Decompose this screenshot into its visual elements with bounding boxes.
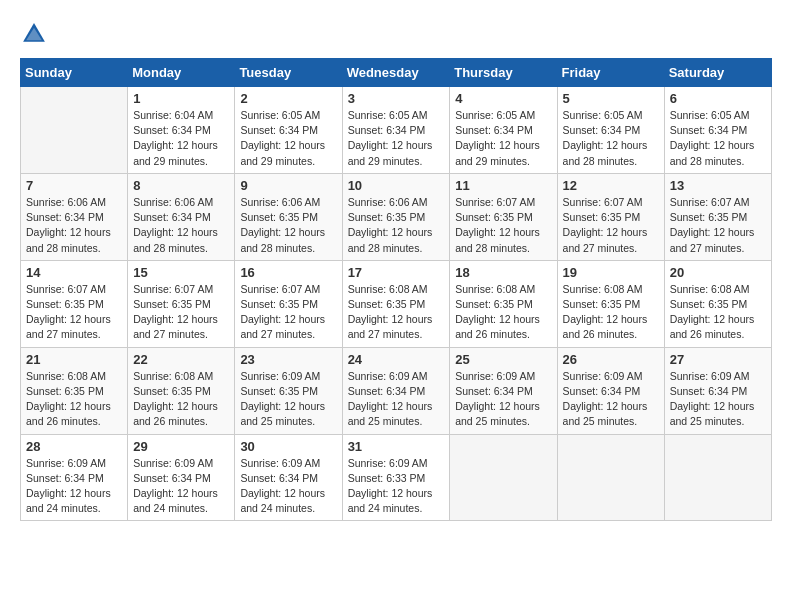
calendar-table: SundayMondayTuesdayWednesdayThursdayFrid…	[20, 58, 772, 521]
day-number: 20	[670, 265, 766, 280]
day-info: Sunrise: 6:09 AM Sunset: 6:33 PM Dayligh…	[348, 456, 445, 517]
day-info: Sunrise: 6:08 AM Sunset: 6:35 PM Dayligh…	[26, 369, 122, 430]
day-info: Sunrise: 6:09 AM Sunset: 6:35 PM Dayligh…	[240, 369, 336, 430]
weekday-header: Monday	[128, 59, 235, 87]
logo	[20, 20, 52, 48]
day-number: 17	[348, 265, 445, 280]
calendar-cell	[450, 434, 557, 521]
calendar-cell: 7Sunrise: 6:06 AM Sunset: 6:34 PM Daylig…	[21, 173, 128, 260]
day-number: 3	[348, 91, 445, 106]
day-info: Sunrise: 6:09 AM Sunset: 6:34 PM Dayligh…	[455, 369, 551, 430]
weekday-header: Sunday	[21, 59, 128, 87]
calendar-cell: 17Sunrise: 6:08 AM Sunset: 6:35 PM Dayli…	[342, 260, 450, 347]
day-info: Sunrise: 6:09 AM Sunset: 6:34 PM Dayligh…	[240, 456, 336, 517]
calendar-week-row: 1Sunrise: 6:04 AM Sunset: 6:34 PM Daylig…	[21, 87, 772, 174]
day-number: 11	[455, 178, 551, 193]
day-info: Sunrise: 6:09 AM Sunset: 6:34 PM Dayligh…	[348, 369, 445, 430]
calendar-week-row: 21Sunrise: 6:08 AM Sunset: 6:35 PM Dayli…	[21, 347, 772, 434]
day-number: 24	[348, 352, 445, 367]
day-info: Sunrise: 6:05 AM Sunset: 6:34 PM Dayligh…	[240, 108, 336, 169]
day-info: Sunrise: 6:05 AM Sunset: 6:34 PM Dayligh…	[670, 108, 766, 169]
calendar-cell: 31Sunrise: 6:09 AM Sunset: 6:33 PM Dayli…	[342, 434, 450, 521]
day-number: 31	[348, 439, 445, 454]
calendar-cell: 4Sunrise: 6:05 AM Sunset: 6:34 PM Daylig…	[450, 87, 557, 174]
calendar-cell: 21Sunrise: 6:08 AM Sunset: 6:35 PM Dayli…	[21, 347, 128, 434]
calendar-cell: 13Sunrise: 6:07 AM Sunset: 6:35 PM Dayli…	[664, 173, 771, 260]
logo-icon	[20, 20, 48, 48]
day-number: 13	[670, 178, 766, 193]
day-info: Sunrise: 6:05 AM Sunset: 6:34 PM Dayligh…	[348, 108, 445, 169]
calendar-cell: 11Sunrise: 6:07 AM Sunset: 6:35 PM Dayli…	[450, 173, 557, 260]
day-info: Sunrise: 6:05 AM Sunset: 6:34 PM Dayligh…	[563, 108, 659, 169]
calendar-cell: 10Sunrise: 6:06 AM Sunset: 6:35 PM Dayli…	[342, 173, 450, 260]
day-info: Sunrise: 6:09 AM Sunset: 6:34 PM Dayligh…	[563, 369, 659, 430]
day-number: 15	[133, 265, 229, 280]
day-info: Sunrise: 6:08 AM Sunset: 6:35 PM Dayligh…	[670, 282, 766, 343]
calendar-cell: 2Sunrise: 6:05 AM Sunset: 6:34 PM Daylig…	[235, 87, 342, 174]
calendar-cell: 8Sunrise: 6:06 AM Sunset: 6:34 PM Daylig…	[128, 173, 235, 260]
day-number: 29	[133, 439, 229, 454]
day-info: Sunrise: 6:07 AM Sunset: 6:35 PM Dayligh…	[455, 195, 551, 256]
calendar-cell: 3Sunrise: 6:05 AM Sunset: 6:34 PM Daylig…	[342, 87, 450, 174]
day-number: 1	[133, 91, 229, 106]
calendar-cell: 30Sunrise: 6:09 AM Sunset: 6:34 PM Dayli…	[235, 434, 342, 521]
calendar-cell: 15Sunrise: 6:07 AM Sunset: 6:35 PM Dayli…	[128, 260, 235, 347]
calendar-cell: 9Sunrise: 6:06 AM Sunset: 6:35 PM Daylig…	[235, 173, 342, 260]
calendar-cell: 20Sunrise: 6:08 AM Sunset: 6:35 PM Dayli…	[664, 260, 771, 347]
calendar-cell: 28Sunrise: 6:09 AM Sunset: 6:34 PM Dayli…	[21, 434, 128, 521]
day-info: Sunrise: 6:07 AM Sunset: 6:35 PM Dayligh…	[26, 282, 122, 343]
day-number: 27	[670, 352, 766, 367]
day-info: Sunrise: 6:08 AM Sunset: 6:35 PM Dayligh…	[133, 369, 229, 430]
day-number: 30	[240, 439, 336, 454]
day-info: Sunrise: 6:07 AM Sunset: 6:35 PM Dayligh…	[670, 195, 766, 256]
day-number: 25	[455, 352, 551, 367]
calendar-cell: 22Sunrise: 6:08 AM Sunset: 6:35 PM Dayli…	[128, 347, 235, 434]
weekday-header: Wednesday	[342, 59, 450, 87]
day-number: 19	[563, 265, 659, 280]
day-info: Sunrise: 6:07 AM Sunset: 6:35 PM Dayligh…	[240, 282, 336, 343]
calendar-week-row: 28Sunrise: 6:09 AM Sunset: 6:34 PM Dayli…	[21, 434, 772, 521]
day-number: 5	[563, 91, 659, 106]
calendar-header-row: SundayMondayTuesdayWednesdayThursdayFrid…	[21, 59, 772, 87]
calendar-cell	[21, 87, 128, 174]
calendar-cell: 24Sunrise: 6:09 AM Sunset: 6:34 PM Dayli…	[342, 347, 450, 434]
weekday-header: Thursday	[450, 59, 557, 87]
day-number: 6	[670, 91, 766, 106]
day-info: Sunrise: 6:06 AM Sunset: 6:35 PM Dayligh…	[348, 195, 445, 256]
weekday-header: Saturday	[664, 59, 771, 87]
day-number: 8	[133, 178, 229, 193]
calendar-cell: 6Sunrise: 6:05 AM Sunset: 6:34 PM Daylig…	[664, 87, 771, 174]
day-info: Sunrise: 6:06 AM Sunset: 6:34 PM Dayligh…	[133, 195, 229, 256]
calendar-cell: 19Sunrise: 6:08 AM Sunset: 6:35 PM Dayli…	[557, 260, 664, 347]
day-info: Sunrise: 6:07 AM Sunset: 6:35 PM Dayligh…	[563, 195, 659, 256]
day-info: Sunrise: 6:05 AM Sunset: 6:34 PM Dayligh…	[455, 108, 551, 169]
day-info: Sunrise: 6:06 AM Sunset: 6:35 PM Dayligh…	[240, 195, 336, 256]
day-info: Sunrise: 6:06 AM Sunset: 6:34 PM Dayligh…	[26, 195, 122, 256]
day-number: 4	[455, 91, 551, 106]
calendar-cell	[557, 434, 664, 521]
day-number: 10	[348, 178, 445, 193]
day-number: 9	[240, 178, 336, 193]
calendar-cell	[664, 434, 771, 521]
day-number: 7	[26, 178, 122, 193]
calendar-cell: 27Sunrise: 6:09 AM Sunset: 6:34 PM Dayli…	[664, 347, 771, 434]
day-number: 14	[26, 265, 122, 280]
calendar-week-row: 14Sunrise: 6:07 AM Sunset: 6:35 PM Dayli…	[21, 260, 772, 347]
calendar-cell: 14Sunrise: 6:07 AM Sunset: 6:35 PM Dayli…	[21, 260, 128, 347]
day-info: Sunrise: 6:09 AM Sunset: 6:34 PM Dayligh…	[26, 456, 122, 517]
weekday-header: Tuesday	[235, 59, 342, 87]
day-info: Sunrise: 6:08 AM Sunset: 6:35 PM Dayligh…	[563, 282, 659, 343]
calendar-cell: 12Sunrise: 6:07 AM Sunset: 6:35 PM Dayli…	[557, 173, 664, 260]
day-number: 26	[563, 352, 659, 367]
calendar-cell: 1Sunrise: 6:04 AM Sunset: 6:34 PM Daylig…	[128, 87, 235, 174]
day-info: Sunrise: 6:08 AM Sunset: 6:35 PM Dayligh…	[348, 282, 445, 343]
day-info: Sunrise: 6:09 AM Sunset: 6:34 PM Dayligh…	[133, 456, 229, 517]
calendar-cell: 29Sunrise: 6:09 AM Sunset: 6:34 PM Dayli…	[128, 434, 235, 521]
day-number: 16	[240, 265, 336, 280]
day-info: Sunrise: 6:04 AM Sunset: 6:34 PM Dayligh…	[133, 108, 229, 169]
day-number: 23	[240, 352, 336, 367]
day-info: Sunrise: 6:08 AM Sunset: 6:35 PM Dayligh…	[455, 282, 551, 343]
day-number: 12	[563, 178, 659, 193]
calendar-cell: 5Sunrise: 6:05 AM Sunset: 6:34 PM Daylig…	[557, 87, 664, 174]
day-number: 21	[26, 352, 122, 367]
